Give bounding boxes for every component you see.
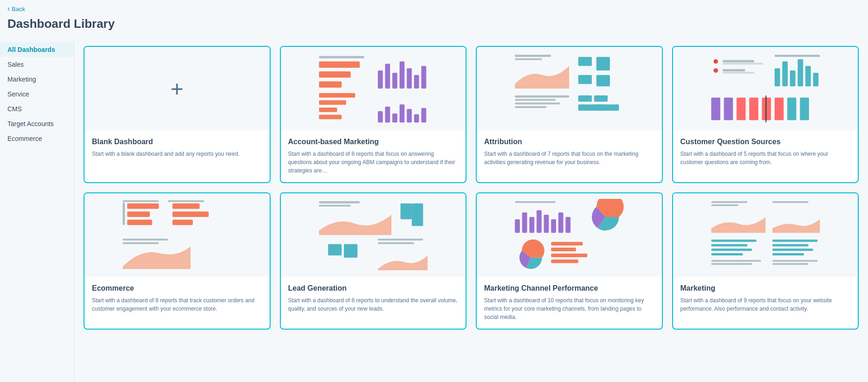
svg-rect-57 bbox=[765, 96, 766, 123]
card-preview-abm bbox=[281, 47, 466, 130]
svg-rect-52 bbox=[749, 98, 758, 121]
svg-rect-49 bbox=[711, 98, 720, 121]
cards-grid: +Blank DashboardStart with a blank dashb… bbox=[84, 46, 859, 330]
svg-rect-86 bbox=[551, 242, 583, 246]
svg-rect-25 bbox=[596, 57, 610, 70]
card-attribution[interactable]: AttributionStart with a dashboard of 7 r… bbox=[476, 46, 663, 183]
svg-rect-18 bbox=[399, 104, 404, 122]
sidebar-item-target-accounts[interactable]: Target Accounts bbox=[0, 116, 74, 131]
card-body-attribution: AttributionStart with a dashboard of 7 r… bbox=[477, 130, 662, 182]
svg-rect-19 bbox=[407, 109, 412, 122]
svg-rect-42 bbox=[774, 68, 780, 86]
svg-rect-9 bbox=[414, 75, 419, 89]
svg-rect-48 bbox=[774, 55, 820, 57]
card-desc-ecommerce: Start with a dashboard of 8 reports that… bbox=[92, 296, 262, 313]
svg-rect-67 bbox=[123, 239, 168, 241]
svg-rect-50 bbox=[724, 98, 733, 121]
sidebar-item-ecommerce[interactable]: Ecommerce bbox=[0, 131, 74, 146]
svg-rect-6 bbox=[392, 73, 397, 89]
svg-rect-98 bbox=[772, 244, 808, 247]
svg-rect-27 bbox=[596, 75, 610, 86]
svg-rect-26 bbox=[578, 75, 592, 84]
card-title-marketing: Marketing bbox=[680, 284, 851, 293]
card-preview-blank: + bbox=[84, 47, 270, 130]
svg-rect-29 bbox=[515, 99, 556, 101]
sidebar-item-sales[interactable]: Sales bbox=[0, 57, 74, 72]
card-preview-attribution bbox=[477, 47, 662, 130]
svg-point-36 bbox=[713, 59, 718, 64]
svg-rect-72 bbox=[412, 204, 423, 226]
svg-rect-21 bbox=[421, 108, 426, 122]
svg-rect-17 bbox=[392, 114, 397, 123]
svg-rect-76 bbox=[378, 242, 414, 244]
svg-rect-12 bbox=[319, 100, 346, 105]
svg-rect-45 bbox=[797, 59, 803, 87]
card-desc-marketing: Start with a dashboard of 9 reports that… bbox=[680, 296, 851, 313]
svg-rect-81 bbox=[544, 215, 549, 233]
card-title-mcp: Marketing Channel Performance bbox=[484, 284, 654, 293]
svg-rect-96 bbox=[711, 253, 743, 255]
sidebar: All DashboardsSalesMarketingServiceCMSTa… bbox=[0, 38, 74, 382]
svg-rect-88 bbox=[551, 254, 587, 257]
card-title-lead-gen: Lead Generation bbox=[288, 284, 459, 293]
card-marketing[interactable]: MarketingStart with a dashboard of 9 rep… bbox=[672, 192, 859, 330]
sidebar-item-marketing[interactable]: Marketing bbox=[0, 72, 74, 87]
svg-rect-5 bbox=[385, 64, 390, 89]
card-ecommerce[interactable]: EcommerceStart with a dashboard of 8 rep… bbox=[84, 192, 271, 330]
svg-rect-89 bbox=[551, 260, 578, 263]
svg-rect-103 bbox=[711, 263, 752, 265]
svg-rect-71 bbox=[400, 204, 411, 219]
card-customer-question[interactable]: Customer Question SourcesStart with a da… bbox=[672, 46, 859, 183]
svg-rect-77 bbox=[515, 219, 520, 233]
card-title-attribution: Attribution bbox=[484, 138, 654, 146]
svg-rect-14 bbox=[319, 115, 342, 120]
card-title-abm: Account-based Marketing bbox=[288, 138, 459, 146]
card-body-blank: Blank DashboardStart with a blank dashbo… bbox=[84, 130, 270, 182]
svg-rect-97 bbox=[772, 240, 817, 242]
card-abm[interactable]: Account-based MarketingStart with a dash… bbox=[280, 46, 467, 183]
svg-rect-20 bbox=[414, 115, 419, 123]
card-body-marketing: MarketingStart with a dashboard of 9 rep… bbox=[673, 277, 858, 329]
card-lead-gen[interactable]: Lead GenerationStart with a dashboard of… bbox=[280, 192, 467, 330]
sidebar-item-all-dashboards[interactable]: All Dashboards bbox=[0, 42, 74, 57]
card-blank[interactable]: +Blank DashboardStart with a blank dashb… bbox=[84, 46, 271, 183]
svg-point-37 bbox=[713, 68, 718, 73]
card-body-lead-gen: Lead GenerationStart with a dashboard of… bbox=[281, 277, 466, 329]
svg-rect-15 bbox=[378, 111, 383, 122]
svg-rect-8 bbox=[407, 68, 412, 89]
svg-rect-90 bbox=[711, 201, 747, 203]
svg-rect-11 bbox=[319, 93, 355, 98]
svg-rect-39 bbox=[722, 69, 745, 71]
card-title-ecommerce: Ecommerce bbox=[92, 284, 262, 293]
svg-rect-4 bbox=[378, 70, 383, 89]
sidebar-item-service[interactable]: Service bbox=[0, 87, 74, 102]
svg-rect-65 bbox=[123, 200, 159, 202]
svg-rect-30 bbox=[515, 102, 560, 104]
svg-rect-7 bbox=[399, 62, 404, 89]
svg-rect-10 bbox=[421, 66, 426, 89]
svg-rect-2 bbox=[319, 81, 342, 88]
svg-rect-93 bbox=[711, 240, 757, 242]
svg-rect-62 bbox=[173, 204, 200, 209]
svg-rect-60 bbox=[127, 211, 150, 217]
sidebar-item-cms[interactable]: CMS bbox=[0, 102, 74, 116]
svg-rect-83 bbox=[558, 212, 564, 233]
card-body-ecommerce: EcommerceStart with a dashboard of 8 rep… bbox=[84, 277, 270, 329]
svg-rect-40 bbox=[722, 63, 763, 64]
card-desc-attribution: Start with a dashboard of 7 reports that… bbox=[484, 150, 654, 166]
card-desc-lead-gen: Start with a dashboard of 8 reports to u… bbox=[288, 296, 459, 313]
page-title: Dashboard Library bbox=[0, 15, 868, 38]
svg-rect-99 bbox=[772, 248, 813, 251]
card-desc-mcp: Start with a dashboard of 10 reports tha… bbox=[484, 296, 654, 321]
svg-rect-24 bbox=[578, 57, 592, 66]
svg-rect-74 bbox=[343, 244, 357, 258]
svg-rect-43 bbox=[782, 62, 788, 87]
card-mcp[interactable]: Marketing Channel PerformanceStart with … bbox=[476, 192, 663, 330]
svg-rect-44 bbox=[790, 70, 795, 86]
svg-rect-61 bbox=[127, 220, 152, 225]
svg-rect-55 bbox=[787, 98, 797, 121]
svg-rect-85 bbox=[515, 201, 556, 203]
svg-rect-51 bbox=[736, 98, 745, 121]
svg-rect-38 bbox=[722, 60, 754, 63]
back-link[interactable]: Back bbox=[0, 0, 32, 15]
